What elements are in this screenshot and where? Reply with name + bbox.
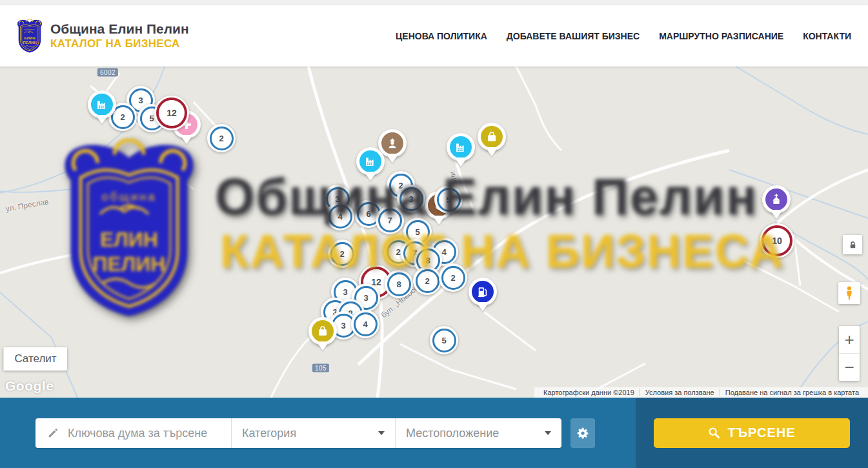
search-submit-button[interactable]: ТЪРСЕНЕ bbox=[654, 418, 850, 448]
pin-tail bbox=[96, 115, 108, 130]
pin-tail bbox=[364, 172, 377, 187]
zoom-control: + − bbox=[839, 326, 860, 381]
shopping-bag-icon bbox=[481, 126, 503, 148]
gear-icon bbox=[576, 427, 590, 440]
cluster-count: 2 bbox=[210, 127, 234, 150]
cluster-marker[interactable]: 2 bbox=[413, 267, 441, 295]
search-button-panel: ТЪРСЕНЕ bbox=[636, 398, 868, 468]
pencil-icon bbox=[47, 427, 59, 439]
page-top-strip bbox=[0, 0, 868, 5]
page: община ЕЛИН ПЕЛИН Община Елин Пелин КАТА… bbox=[0, 0, 868, 468]
keyword-input[interactable] bbox=[66, 426, 231, 441]
category-select[interactable]: Категория bbox=[231, 418, 395, 448]
cluster-count: 4 bbox=[354, 312, 378, 336]
location-placeholder: Местоположение bbox=[406, 427, 499, 440]
pin-tail bbox=[316, 341, 329, 357]
cluster-count: 7 bbox=[378, 209, 402, 232]
chevron-down-icon bbox=[378, 431, 385, 435]
cluster-marker[interactable]: 2 bbox=[328, 239, 356, 268]
cluster-marker[interactable]: 7 bbox=[376, 206, 404, 234]
site-subtitle: КАТАЛОГ НА БИЗНЕСА bbox=[50, 37, 189, 50]
google-logo[interactable]: Google bbox=[5, 378, 54, 394]
cluster-count: 8 bbox=[387, 272, 411, 296]
pin-church[interactable] bbox=[762, 185, 791, 214]
zoom-out-button[interactable]: − bbox=[839, 354, 860, 381]
lock-icon bbox=[848, 240, 858, 250]
cluster-count: 2 bbox=[416, 269, 439, 293]
cluster-count: 3 bbox=[399, 187, 423, 211]
pegman-icon bbox=[842, 285, 856, 301]
lock-button[interactable] bbox=[843, 235, 862, 254]
zoom-in-button[interactable]: + bbox=[839, 326, 860, 354]
terms-link[interactable]: Условия за ползване bbox=[640, 389, 720, 396]
nav-contacts[interactable]: КОНТАКТИ bbox=[803, 31, 851, 41]
pin-tail bbox=[476, 302, 489, 318]
pin-factory[interactable] bbox=[356, 147, 385, 176]
cluster-count: 5 bbox=[437, 188, 461, 212]
fuel-icon bbox=[472, 281, 494, 303]
cluster-count: 10 bbox=[762, 225, 792, 256]
map-copyright: Картографски данни ©2019 bbox=[538, 389, 640, 396]
search-bar: Категория Местоположение ТЪРСЕНЕ bbox=[0, 398, 868, 468]
cluster-count: 4 bbox=[328, 205, 352, 229]
cluster-count: 5 bbox=[432, 329, 456, 352]
site-logo[interactable]: община ЕЛИН ПЕЛИН Община Елин Пелин КАТА… bbox=[15, 19, 189, 54]
church-icon bbox=[765, 188, 787, 210]
cluster-count: 2 bbox=[330, 242, 354, 266]
main-nav: ЦЕНОВА ПОЛИТИКА ДОБАВЕТЕ ВАШИЯТ БИЗНЕС М… bbox=[396, 31, 851, 41]
category-placeholder: Категория bbox=[242, 427, 296, 440]
cluster-marker[interactable]: 2 bbox=[207, 124, 236, 152]
shopping-bag-icon bbox=[312, 320, 334, 342]
advanced-search-button[interactable] bbox=[570, 418, 595, 448]
worker-icon bbox=[381, 132, 403, 154]
pin-tail bbox=[770, 210, 783, 225]
map-type-control: Карта Сателит bbox=[3, 347, 67, 371]
pin-factory[interactable] bbox=[447, 133, 475, 161]
pin-shopping-bag[interactable] bbox=[308, 317, 337, 345]
header: община ЕЛИН ПЕЛИН Община Елин Пелин КАТА… bbox=[0, 5, 868, 66]
pin-fuel[interactable] bbox=[469, 278, 497, 306]
map-type-satellite-button[interactable]: Сателит bbox=[3, 347, 67, 371]
factory-icon bbox=[450, 136, 472, 158]
cluster-marker[interactable]: 5 bbox=[434, 185, 463, 214]
crest-logo-icon: община ЕЛИН ПЕЛИН bbox=[15, 19, 44, 54]
svg-text:община: община bbox=[25, 28, 35, 31]
location-select[interactable]: Местоположение bbox=[395, 418, 561, 448]
cluster-marker[interactable]: 4 bbox=[326, 202, 354, 230]
pin-factory[interactable] bbox=[88, 90, 116, 119]
nav-add-business[interactable]: ДОБАВЕТЕ ВАШИЯТ БИЗНЕС bbox=[507, 31, 640, 41]
nav-route-schedule[interactable]: МАРШРУТНО РАЗПИСАНИЕ bbox=[659, 31, 783, 41]
pin-tail bbox=[432, 216, 445, 231]
search-icon bbox=[708, 427, 720, 439]
street-view-pegman-button[interactable] bbox=[838, 282, 860, 304]
road-label: 105 bbox=[312, 364, 329, 372]
cluster-marker[interactable]: 3 bbox=[397, 185, 425, 213]
pin-tail bbox=[485, 147, 498, 163]
pin-tail bbox=[386, 154, 399, 169]
map-canvas[interactable]: 3251223235647522748128223338345106002105… bbox=[0, 66, 868, 398]
search-fields: Категория Местоположение bbox=[35, 418, 561, 448]
svg-text:ЕЛИН: ЕЛИН bbox=[24, 36, 35, 40]
factory-icon bbox=[359, 150, 381, 172]
svg-text:ПЕЛИН: ПЕЛИН bbox=[23, 40, 37, 45]
cluster-marker[interactable]: 12 bbox=[154, 96, 189, 130]
cluster-marker[interactable]: 4 bbox=[351, 310, 379, 338]
road-label: 6002 bbox=[97, 68, 118, 77]
pin-tail bbox=[180, 135, 193, 150]
factory-icon bbox=[91, 94, 113, 116]
keyword-field[interactable] bbox=[35, 418, 231, 448]
cluster-marker[interactable]: 2 bbox=[439, 263, 467, 292]
cluster-marker[interactable]: 8 bbox=[385, 270, 413, 298]
report-error-link[interactable]: Подаване на сигнал за грешка в картата bbox=[720, 389, 864, 396]
cluster-count: 12 bbox=[156, 97, 187, 128]
chevron-down-icon bbox=[545, 431, 551, 435]
map-attribution: Картографски данни ©2019 Условия за полз… bbox=[534, 387, 868, 398]
cluster-count: 2 bbox=[441, 266, 465, 290]
cluster-marker[interactable]: 5 bbox=[430, 326, 458, 354]
pin-shopping-bag[interactable] bbox=[478, 123, 506, 151]
site-title: Община Елин Пелин bbox=[50, 21, 189, 37]
cluster-marker[interactable]: 10 bbox=[760, 223, 794, 258]
pin-tail bbox=[454, 158, 467, 173]
nav-pricing-policy[interactable]: ЦЕНОВА ПОЛИТИКА bbox=[396, 31, 487, 41]
